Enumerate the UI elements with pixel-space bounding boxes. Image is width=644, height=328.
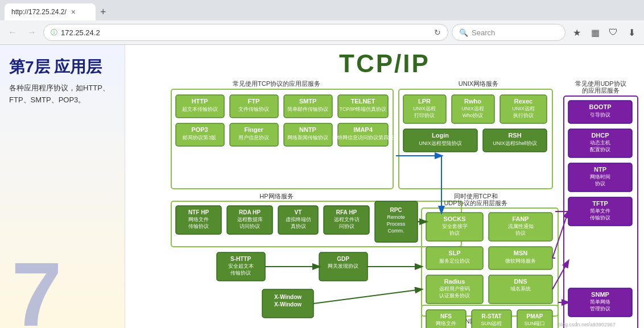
- svg-text:简单文件: 简单文件: [590, 208, 610, 214]
- svg-line-150: [313, 289, 422, 304]
- svg-text:执行协议: 执行协议: [513, 113, 534, 118]
- svg-text:网络文件: 网络文件: [188, 217, 209, 222]
- layer-number: 7: [11, 249, 62, 328]
- search-bar[interactable]: 🔍 Search: [452, 24, 565, 41]
- svg-text:MSN: MSN: [514, 250, 528, 256]
- svg-text:TCP/IP终端仿真协议: TCP/IP终端仿真协议: [339, 106, 386, 112]
- left-sidebar: 第7层 应用层 各种应用程序协议，如HTTP、FTP、SMTP、POP3。 7: [0, 45, 125, 328]
- svg-text:RPC: RPC: [390, 207, 402, 213]
- search-icon: 🔍: [459, 28, 468, 37]
- svg-text:真协议: 真协议: [291, 223, 306, 229]
- svg-text:SUN远程: SUN远程: [481, 321, 502, 326]
- svg-text:流属性通知: 流属性通知: [508, 223, 534, 229]
- address-text: 172.25.24.2: [61, 28, 431, 37]
- refresh-button[interactable]: ↻: [434, 28, 441, 37]
- svg-text:VT: VT: [295, 209, 302, 215]
- tab-close-button[interactable]: ×: [71, 7, 76, 16]
- svg-text:常见使用UDP协议: 常见使用UDP协议: [575, 80, 626, 87]
- svg-text:Login: Login: [432, 132, 449, 139]
- svg-text:RDA HP: RDA HP: [239, 209, 261, 215]
- svg-text:Who协议: Who协议: [463, 113, 484, 118]
- svg-text:Radius: Radius: [444, 278, 465, 285]
- svg-text:协议: 协议: [595, 181, 605, 186]
- svg-text:远程用户密码: 远程用户密码: [439, 286, 470, 292]
- svg-text:LPR: LPR: [418, 98, 431, 105]
- svg-text:问协议: 问协议: [339, 223, 354, 229]
- svg-text:安全套接字: 安全套接字: [442, 223, 468, 229]
- svg-text:RSH: RSH: [508, 132, 521, 139]
- svg-text:R-STAT: R-STAT: [481, 313, 501, 319]
- browser-chrome: http://172.25.24.2/ × + ← → ⓘ 172.25.24.…: [0, 0, 644, 45]
- bookmark-button[interactable]: ★: [569, 24, 585, 40]
- svg-text:虚拟终端仿: 虚拟终端仿: [286, 217, 311, 222]
- download-button[interactable]: ⬇: [624, 24, 639, 40]
- svg-text:SLP: SLP: [448, 250, 460, 256]
- svg-text:UNIX远程: UNIX远程: [512, 106, 535, 111]
- svg-text:NTF HP: NTF HP: [188, 209, 209, 215]
- reader-button[interactable]: ▦: [587, 24, 603, 40]
- layer-label: 第7层 应用层: [9, 56, 115, 78]
- svg-text:UNIX远程Shell协议: UNIX远程Shell协议: [493, 140, 537, 146]
- svg-text:S-HTTP: S-HTTP: [230, 256, 251, 262]
- svg-text:动态主机: 动态主机: [590, 140, 610, 146]
- svg-text:网络文件: 网络文件: [436, 321, 456, 326]
- svg-text:用户信息协议: 用户信息协议: [238, 135, 269, 140]
- svg-text:UNIX远程: UNIX远程: [461, 106, 484, 111]
- svg-text:BOOTP: BOOTP: [589, 103, 611, 110]
- svg-text:FTP: FTP: [248, 98, 260, 105]
- svg-text:因特网信息访问协议第四版: 因特网信息访问协议第四版: [332, 135, 394, 140]
- svg-text:Rexec: Rexec: [514, 98, 532, 105]
- svg-text:RFA HP: RFA HP: [336, 209, 357, 215]
- svg-line-151: [552, 211, 568, 258]
- svg-text:UNIX远程: UNIX远程: [413, 106, 436, 111]
- svg-text:常见使用TCP协议的应用层服务: 常见使用TCP协议的应用层服务: [233, 80, 320, 87]
- svg-text:UDP协议的应用层服务: UDP协议的应用层服务: [444, 200, 507, 206]
- svg-text:NTP: NTP: [594, 166, 606, 173]
- svg-text:协议: 协议: [449, 230, 460, 236]
- svg-text:SUN端口: SUN端口: [524, 321, 545, 326]
- active-tab[interactable]: http://172.25.24.2/ ×: [5, 3, 96, 20]
- nav-bar: ← → ⓘ 172.25.24.2 ↻ 🔍 Search ★ ▦ 🛡 ⬇: [0, 20, 644, 44]
- back-button[interactable]: ←: [5, 24, 20, 40]
- forward-button[interactable]: →: [24, 24, 40, 40]
- svg-text:简单邮件传输协议: 简单邮件传输协议: [287, 106, 328, 112]
- svg-text:传输协议: 传输协议: [590, 215, 610, 221]
- search-placeholder: Search: [472, 28, 495, 37]
- svg-text:传输协议: 传输协议: [188, 223, 209, 229]
- svg-text:打印协议: 打印协议: [414, 113, 435, 118]
- svg-text:SOCKS: SOCKS: [443, 215, 465, 222]
- svg-text:网络时间: 网络时间: [590, 174, 610, 180]
- tab-title: http://172.25.24.2/: [11, 8, 67, 16]
- svg-text:的应用层服务: 的应用层服务: [582, 87, 620, 94]
- new-tab-button[interactable]: +: [100, 6, 106, 18]
- svg-text:同时使用TCP和: 同时使用TCP和: [454, 193, 498, 200]
- svg-text:管理协议: 管理协议: [590, 306, 610, 312]
- diagram-area: TCP/IP 常见使用TCP协议的应用层服务 UNIX网络服务 常见使用UDP协…: [125, 45, 644, 328]
- svg-text:PMAP: PMAP: [527, 313, 543, 319]
- svg-text:TCP/IP: TCP/IP: [339, 49, 430, 77]
- svg-text:UNIX网络服务: UNIX网络服务: [459, 80, 498, 87]
- shield-button[interactable]: 🛡: [605, 24, 621, 40]
- svg-text:传输协议: 传输协议: [230, 270, 251, 276]
- svg-text:NFS: NFS: [440, 313, 452, 319]
- svg-text:服务定位协议: 服务定位协议: [439, 258, 470, 264]
- svg-text:X-Window: X-Window: [274, 301, 302, 308]
- address-bar[interactable]: ⓘ 172.25.24.2 ↻: [43, 24, 448, 41]
- svg-text:Rwho: Rwho: [464, 98, 481, 105]
- svg-text:HP网络服务: HP网络服务: [259, 193, 293, 200]
- svg-text:X-Window: X-Window: [274, 294, 302, 300]
- svg-text:远程文件访: 远程文件访: [334, 217, 360, 222]
- svg-line-154: [552, 261, 568, 289]
- svg-text:文件传输协议: 文件传输协议: [238, 106, 269, 112]
- svg-text:TELNET: TELNET: [351, 98, 375, 105]
- svg-text:FANP: FANP: [512, 215, 529, 222]
- svg-text:DHCP: DHCP: [591, 132, 609, 139]
- svg-text:安全超文本: 安全超文本: [228, 263, 254, 269]
- svg-text:认证服务协议: 认证服务协议: [439, 293, 470, 298]
- svg-text:Remote: Remote: [387, 214, 405, 220]
- svg-text:远程数据库: 远程数据库: [237, 217, 263, 222]
- svg-text:网络新闻传输协议: 网络新闻传输协议: [287, 135, 328, 140]
- svg-text:SMTP: SMTP: [299, 98, 317, 105]
- svg-text:TFTP: TFTP: [592, 200, 608, 207]
- svg-text:简单网络: 简单网络: [590, 299, 610, 305]
